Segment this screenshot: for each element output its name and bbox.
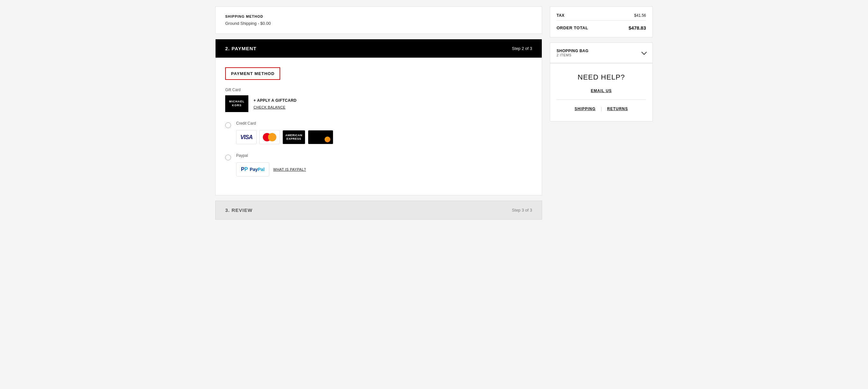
- email-us-link[interactable]: EMAIL US: [591, 88, 612, 93]
- discover-content: DISCOVER: [311, 132, 331, 142]
- visa-text: VISA: [240, 134, 253, 141]
- payment-header: 2. PAYMENT Step 2 of 3: [216, 39, 542, 58]
- amex-text: AMERICANEXPRESS: [285, 134, 302, 141]
- check-balance-link[interactable]: CHECK BALANCE: [253, 105, 297, 109]
- visa-logo: VISA: [236, 130, 257, 144]
- shopping-bag-items: 2 ITEMS: [557, 53, 588, 57]
- review-step-info: Step 3 of 3: [512, 208, 532, 213]
- tax-label: TAX: [557, 13, 565, 18]
- apply-giftcard-button[interactable]: + APPLY A GIFTCARD: [253, 98, 297, 103]
- paypal-label: Paypal: [236, 153, 306, 158]
- shopping-bag-card[interactable]: SHOPPING BAG 2 ITEMS: [550, 43, 653, 63]
- main-content: SHIPPING METHOD Ground Shipping - $0.00 …: [215, 6, 542, 220]
- payment-body: PAYMENT METHOD Gift Card MICHAEL KORS + …: [216, 58, 542, 195]
- shipping-method-value: Ground Shipping - $0.00: [225, 21, 532, 26]
- credit-card-radio[interactable]: [225, 122, 231, 128]
- tax-value: $41.56: [634, 13, 646, 18]
- paypal-pp-icon: PP: [241, 166, 248, 172]
- order-total-row: ORDER TOTAL $478.83: [557, 20, 646, 31]
- review-section: 3. REVIEW Step 3 of 3: [215, 201, 542, 220]
- shipping-method-label: SHIPPING METHOD: [225, 15, 532, 18]
- payment-method-label: PAYMENT METHOD: [225, 67, 280, 80]
- help-links: SHIPPING | RETURNS: [557, 106, 646, 111]
- help-card: NEED HELP? EMAIL US SHIPPING | RETURNS: [550, 63, 653, 121]
- credit-card-content: Credit Card VISA: [236, 121, 333, 144]
- returns-link[interactable]: RETURNS: [607, 107, 628, 111]
- discover-text: DISCOVER: [311, 132, 331, 136]
- credit-card-label: Credit Card: [236, 121, 333, 126]
- card-logos: VISA: [236, 130, 333, 144]
- mc-circle-right: [268, 133, 276, 141]
- review-step-title: 3. REVIEW: [225, 207, 253, 213]
- paypal-content: Paypal PP PayPal WHAT IS PAYPAL?: [236, 153, 306, 176]
- sidebar: TAX $41.56 ORDER TOTAL $478.83 SHOPPING …: [550, 6, 653, 220]
- discover-logo: DISCOVER: [308, 130, 333, 144]
- payment-section: 2. PAYMENT Step 2 of 3 PAYMENT METHOD Gi…: [215, 39, 542, 195]
- gift-card-row: Gift Card MICHAEL KORS + APPLY A GIFTCAR…: [225, 88, 532, 112]
- paypal-option: Paypal PP PayPal WHAT IS PAYPAL?: [225, 153, 532, 176]
- amex-logo: AMERICANEXPRESS: [282, 130, 305, 144]
- credit-card-option: Credit Card VISA: [225, 121, 532, 144]
- payment-step-title: 2. PAYMENT: [225, 46, 257, 51]
- shopping-bag-info: SHOPPING BAG 2 ITEMS: [557, 49, 588, 57]
- help-links-separator: |: [601, 106, 602, 111]
- paypal-radio[interactable]: [225, 155, 231, 160]
- help-divider: [557, 100, 646, 100]
- mk-logo: MICHAEL KORS: [225, 95, 248, 112]
- chevron-down-icon: [642, 50, 647, 55]
- paypal-wordmark: PayPal: [250, 167, 265, 172]
- order-summary-card: TAX $41.56 ORDER TOTAL $478.83: [550, 6, 653, 37]
- payment-step-info: Step 2 of 3: [512, 46, 532, 51]
- shopping-bag-title: SHOPPING BAG: [557, 49, 588, 53]
- amex-content: AMERICANEXPRESS: [285, 134, 302, 141]
- gift-card-actions: MICHAEL KORS + APPLY A GIFTCARD CHECK BA…: [225, 95, 532, 112]
- mastercard-logo: [259, 130, 280, 144]
- shipping-method-section: SHIPPING METHOD Ground Shipping - $0.00: [215, 6, 542, 34]
- order-total-value: $478.83: [629, 25, 646, 31]
- gift-card-title: Gift Card: [225, 88, 532, 92]
- shipping-link[interactable]: SHIPPING: [575, 107, 595, 111]
- discover-dot: [324, 137, 331, 142]
- paypal-logo: PP PayPal: [236, 162, 269, 176]
- order-total-label: ORDER TOTAL: [557, 25, 588, 30]
- mastercard-circles: [263, 133, 276, 141]
- tax-row: TAX $41.56: [557, 13, 646, 18]
- what-is-paypal-link[interactable]: WHAT IS PAYPAL?: [273, 167, 306, 171]
- help-title: NEED HELP?: [557, 73, 646, 81]
